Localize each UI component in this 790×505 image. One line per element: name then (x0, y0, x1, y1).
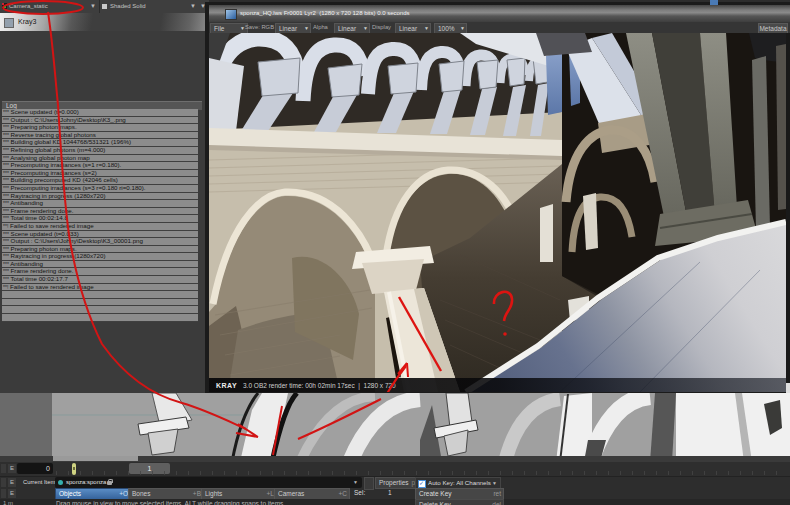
svg-text:KRAY: KRAY (216, 382, 237, 389)
svg-text:3.0 OB2 render time: 00h 02min: 3.0 OB2 render time: 00h 02min 17sec | 1… (243, 382, 396, 390)
